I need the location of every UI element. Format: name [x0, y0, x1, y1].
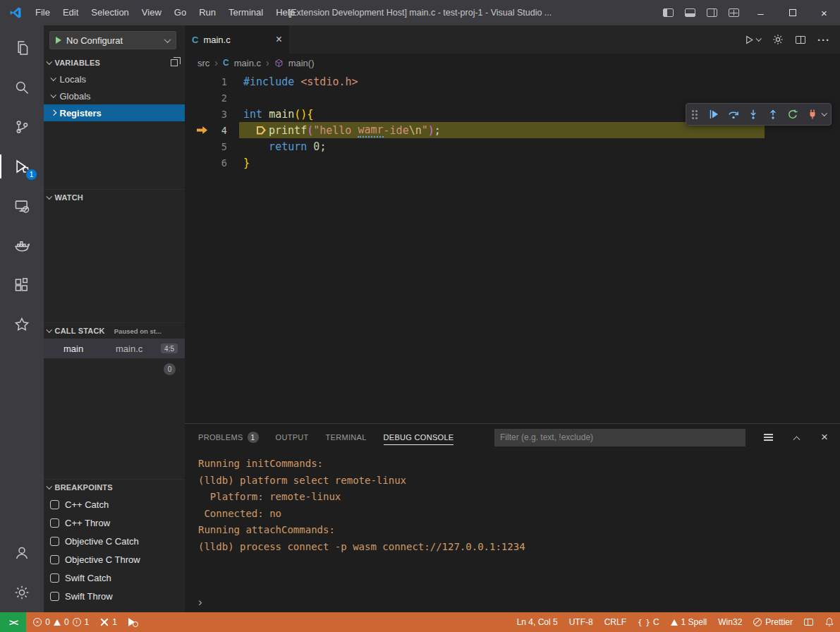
maximize-panel-icon[interactable]: [791, 435, 802, 440]
split-editor-icon[interactable]: [796, 36, 805, 44]
customize-layout-icon[interactable]: [729, 8, 739, 17]
eol-status[interactable]: CRLF: [599, 612, 632, 632]
tab-debug-console[interactable]: DEBUG CONSOLE: [384, 433, 454, 442]
menu-item[interactable]: File: [29, 0, 56, 25]
checkbox[interactable]: [50, 537, 59, 546]
breakpoint-row[interactable]: C++ Throw: [44, 514, 185, 532]
tab-terminal[interactable]: TERMINAL: [326, 433, 367, 442]
status-bar: >< × 0 0 i 1 1 Ln 4, Col 5 UTF-8 CRLF { …: [0, 612, 840, 632]
menu-item[interactable]: Terminal: [222, 0, 269, 25]
remote-explorer-icon[interactable]: [0, 186, 44, 226]
debug-status[interactable]: [123, 612, 144, 632]
filter-lines-icon[interactable]: [762, 437, 774, 438]
debug-console-output[interactable]: Running initCommands:(lldb) platform sel…: [185, 451, 840, 612]
breadcrumb-file[interactable]: main.c: [234, 58, 261, 68]
variables-item-registers[interactable]: Registers: [44, 104, 185, 121]
breadcrumb-symbol[interactable]: main(): [288, 58, 315, 68]
panel-tab-label: OUTPUT: [276, 433, 309, 442]
account-icon[interactable]: [0, 533, 44, 573]
chevron-down-icon[interactable]: [821, 111, 827, 116]
maximize-button[interactable]: [777, 0, 808, 25]
run-debug-icon[interactable]: 1: [0, 147, 44, 186]
gear-icon[interactable]: [772, 34, 784, 45]
minimize-button[interactable]: –: [745, 0, 777, 25]
close-button[interactable]: ×: [808, 0, 840, 25]
variables-section-header[interactable]: VARIABLES: [44, 55, 185, 71]
source-control-icon[interactable]: [0, 107, 44, 147]
restart-icon[interactable]: [784, 106, 801, 123]
breakpoint-row[interactable]: Swift Throw: [44, 587, 185, 605]
menu-item[interactable]: Selection: [85, 0, 135, 25]
copy-icon[interactable]: [171, 59, 178, 66]
toggle-panel-icon[interactable]: [685, 8, 695, 17]
formatter-status[interactable]: Prettier: [748, 612, 798, 632]
run-file-button[interactable]: [744, 35, 761, 45]
checkbox[interactable]: [50, 500, 59, 509]
variables-item-locals[interactable]: Locals: [44, 71, 185, 87]
console-filter-input[interactable]: [494, 429, 745, 446]
step-over-icon[interactable]: [725, 106, 742, 123]
panel-layout-status[interactable]: [798, 612, 819, 632]
toggle-sidebar-icon[interactable]: [663, 8, 674, 17]
problems-status[interactable]: × 0 0 i 1: [28, 612, 95, 632]
breadcrumb-folder[interactable]: src: [197, 58, 209, 68]
breakpoint-row[interactable]: C++ Catch: [44, 495, 185, 514]
checkbox[interactable]: [50, 518, 59, 528]
more-actions-icon[interactable]: ···: [817, 34, 830, 46]
menu-item[interactable]: Edit: [56, 0, 85, 25]
step-into-icon[interactable]: [745, 106, 762, 123]
continue-icon[interactable]: [705, 106, 722, 123]
checkbox[interactable]: [50, 592, 59, 601]
breakpoint-row[interactable]: Swift Catch: [44, 569, 185, 587]
toolchain-status[interactable]: 1: [95, 612, 123, 632]
language-mode[interactable]: { } C: [632, 612, 665, 632]
extensions-icon[interactable]: [0, 265, 44, 305]
start-debug-icon[interactable]: [56, 37, 61, 44]
code-line[interactable]: 5 return 0;: [185, 138, 840, 154]
debug-config-dropdown[interactable]: No Configurat: [49, 31, 176, 49]
thread-badge: 0: [164, 363, 176, 375]
search-icon[interactable]: [0, 68, 44, 107]
code-line[interactable]: 6 }: [185, 154, 840, 171]
breakpoints-section-header[interactable]: BREAKPOINTS: [44, 480, 185, 495]
menu-item[interactable]: Go: [168, 0, 193, 25]
tab-output[interactable]: OUTPUT: [276, 433, 309, 442]
code-line[interactable]: 1 #include <stdio.h>: [185, 73, 840, 90]
callstack-section-header[interactable]: CALL STACK Paused on st...: [44, 323, 185, 339]
console-input[interactable]: ›: [198, 596, 202, 608]
settings-gear-icon[interactable]: [0, 573, 44, 612]
spell-status[interactable]: 1 Spell: [665, 612, 713, 632]
breakpoint-row[interactable]: Objective C Throw: [44, 550, 185, 569]
callstack-frame-row[interactable]: main main.c 4:5: [44, 339, 185, 358]
docker-icon[interactable]: [0, 226, 44, 265]
callstack-thread-row[interactable]: 0: [44, 358, 185, 379]
code-editor[interactable]: 1 #include <stdio.h> 2 3 int main(){ 4 p…: [185, 72, 840, 423]
menu-item[interactable]: View: [135, 0, 168, 25]
drag-handle-icon[interactable]: [691, 109, 699, 119]
callstack-status: Paused on st...: [114, 327, 162, 335]
notifications-status[interactable]: [819, 612, 840, 632]
platform-status[interactable]: Win32: [712, 612, 748, 632]
close-panel-icon[interactable]: ×: [819, 430, 830, 444]
breakpoint-row[interactable]: Objective C Catch: [44, 532, 185, 550]
explorer-icon[interactable]: [0, 28, 44, 68]
checkbox[interactable]: [50, 555, 59, 564]
disconnect-icon[interactable]: [804, 106, 821, 123]
cursor-position[interactable]: Ln 4, Col 5: [511, 612, 564, 632]
step-out-icon[interactable]: [765, 106, 781, 123]
glyph-margin[interactable]: [185, 126, 209, 134]
toggle-secondary-sidebar-icon[interactable]: [707, 8, 717, 17]
watch-section-header[interactable]: WATCH: [44, 190, 185, 205]
variables-item-globals[interactable]: Globals: [44, 87, 185, 104]
warning-icon: [671, 619, 678, 626]
tab-problems[interactable]: PROBLEMS 1: [198, 432, 259, 443]
code-token: return: [243, 140, 313, 153]
close-tab-icon[interactable]: ×: [276, 34, 282, 45]
bell-icon: [824, 617, 834, 627]
menu-item[interactable]: Run: [193, 0, 222, 25]
checkbox[interactable]: [50, 573, 59, 583]
star-icon[interactable]: [0, 305, 44, 344]
tab-main-c[interactable]: C main.c ×: [185, 25, 289, 54]
encoding-status[interactable]: UTF-8: [564, 612, 599, 632]
remote-indicator[interactable]: ><: [0, 612, 26, 632]
